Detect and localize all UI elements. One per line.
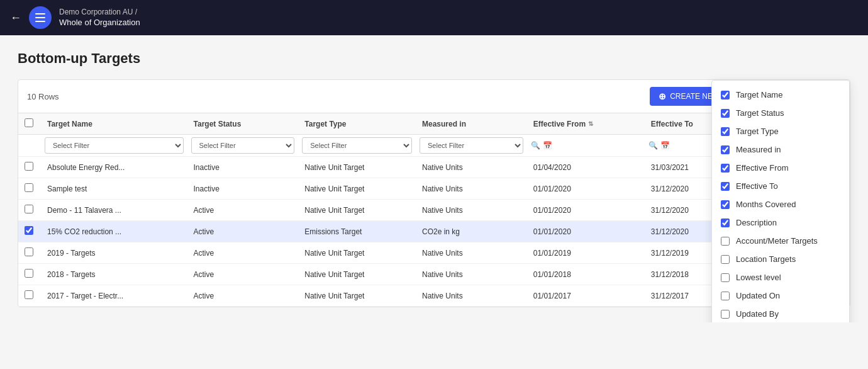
filter-target-name[interactable]: Select Filter	[45, 137, 184, 154]
menu-button[interactable]	[29, 6, 52, 29]
dropdown-column-item[interactable]: Target Type	[712, 122, 849, 140]
column-toggle-checkbox[interactable]	[721, 91, 730, 99]
filter-target-type-cell: Select Filter	[298, 135, 416, 157]
th-measured-in: Measured in	[416, 113, 527, 135]
column-label: Target Name	[736, 90, 782, 99]
rows-count: 10 Rows	[27, 92, 59, 101]
column-toggle-checkbox[interactable]	[721, 127, 730, 136]
filter-target-status-cell: Select Filter	[187, 135, 299, 157]
select-all-checkbox[interactable]	[25, 118, 33, 127]
column-toggle-checkbox[interactable]	[721, 237, 730, 246]
row-measured-in: Native Units	[416, 285, 527, 307]
filter-checkbox-cell	[18, 135, 41, 157]
dropdown-column-item[interactable]: Months Covered	[712, 195, 849, 213]
row-checkbox[interactable]	[25, 247, 33, 256]
column-toggle-checkbox[interactable]	[721, 109, 730, 118]
column-label: Months Covered	[736, 200, 796, 209]
row-measured-in: CO2e in kg	[416, 221, 527, 242]
row-effective-from: 01/04/2020	[527, 157, 645, 178]
row-checkbox[interactable]	[25, 226, 33, 235]
column-toggle-checkbox[interactable]	[721, 182, 730, 191]
column-toggle-checkbox[interactable]	[721, 255, 730, 264]
row-target-type: Native Unit Target	[298, 178, 416, 200]
row-target-status: Inactive	[187, 157, 299, 178]
row-checkbox[interactable]	[25, 269, 33, 278]
column-toggle-checkbox[interactable]	[721, 292, 730, 300]
row-measured-in: Native Units	[416, 200, 527, 221]
row-target-type: Native Unit Target	[298, 242, 416, 264]
filter-target-type[interactable]: Select Filter	[302, 137, 412, 154]
row-target-status: Active	[187, 264, 299, 285]
column-toggle-checkbox[interactable]	[721, 200, 730, 209]
column-label: Effective To	[736, 181, 778, 191]
column-label: Description	[736, 218, 777, 227]
row-target-status: Active	[187, 285, 299, 307]
back-button[interactable]: ←	[10, 11, 21, 25]
row-target-status: Active	[187, 242, 299, 264]
page-title: Bottom-up Targets	[18, 50, 850, 67]
column-toggle-checkbox[interactable]	[721, 164, 730, 173]
dropdown-column-item[interactable]: Description	[712, 213, 849, 232]
dropdown-column-item[interactable]: Target Name	[712, 86, 849, 104]
row-target-status: Active	[187, 200, 299, 221]
filter-target-status[interactable]: Select Filter	[191, 137, 295, 154]
row-target-status: Active	[187, 221, 299, 242]
org-info: Demo Corporation AU / Whole of Organizat…	[59, 7, 140, 29]
th-target-status: Target Status	[187, 113, 299, 135]
filter-measured-in[interactable]: Select Filter	[420, 137, 523, 154]
th-target-type: Target Type	[298, 113, 416, 135]
row-checkbox-cell	[18, 264, 41, 285]
row-effective-from: 01/01/2020	[527, 200, 645, 221]
column-toggle-checkbox[interactable]	[721, 219, 730, 227]
column-label: Lowest level	[736, 273, 781, 282]
dropdown-column-item[interactable]: Lowest level	[712, 268, 849, 287]
row-checkbox[interactable]	[25, 205, 33, 213]
row-target-type: Native Unit Target	[298, 157, 416, 178]
row-checkbox[interactable]	[25, 162, 33, 171]
dropdown-column-item[interactable]: Location Targets	[712, 250, 849, 268]
filter-effective-from-cell: 🔍 📅	[527, 135, 645, 157]
column-toggle-checkbox[interactable]	[721, 310, 730, 319]
column-label: Location Targets	[736, 254, 796, 264]
column-toggle-checkbox[interactable]	[721, 273, 730, 282]
row-target-name: 2017 - Target - Electr...	[41, 285, 187, 307]
sort-icon: ⇅	[588, 120, 593, 127]
corp-name: Demo Corporation AU /	[59, 7, 140, 18]
dropdown-column-item[interactable]: Updated By	[712, 305, 849, 322]
calendar-icon[interactable]: 📅	[543, 141, 552, 150]
row-target-name: 15% CO2 reduction ...	[41, 221, 187, 242]
row-effective-from: 01/01/2019	[527, 242, 645, 264]
filter-target-name-cell: Select Filter	[41, 135, 187, 157]
row-checkbox-cell	[18, 285, 41, 307]
column-label: Measured in	[736, 145, 781, 154]
row-target-type: Native Unit Target	[298, 264, 416, 285]
dropdown-column-item[interactable]: Updated On	[712, 287, 849, 305]
menu-line	[35, 17, 45, 18]
filter-measured-in-cell: Select Filter	[416, 135, 527, 157]
row-measured-in: Native Units	[416, 157, 527, 178]
row-target-status: Inactive	[187, 178, 299, 200]
dropdown-column-item[interactable]: Effective To	[712, 177, 849, 195]
column-label: Target Type	[736, 127, 779, 136]
column-label: Target Status	[736, 108, 784, 118]
row-checkbox[interactable]	[25, 183, 33, 192]
menu-line	[35, 21, 45, 22]
column-label: Updated On	[736, 291, 780, 300]
dropdown-column-item[interactable]: Effective From	[712, 159, 849, 177]
search-icon[interactable]: 🔍	[648, 141, 658, 150]
top-bar: ← Demo Corporation AU / Whole of Organiz…	[0, 0, 868, 35]
search-icon[interactable]: 🔍	[531, 141, 540, 150]
table-container: 10 Rows ⊕ CREATE NEW... ACTIONS ⬇ ⚙	[18, 79, 850, 307]
plus-icon: ⊕	[659, 91, 666, 101]
row-checkbox[interactable]	[25, 290, 33, 299]
dropdown-column-item[interactable]: Measured in	[712, 140, 849, 159]
separator: /	[135, 8, 137, 16]
column-toggle-checkbox[interactable]	[721, 145, 730, 154]
row-target-type: Emissions Target	[298, 221, 416, 242]
dropdown-column-item[interactable]: Target Status	[712, 104, 849, 122]
row-checkbox-cell	[18, 157, 41, 178]
row-measured-in: Native Units	[416, 264, 527, 285]
dropdown-column-item[interactable]: Account/Meter Targets	[712, 232, 849, 250]
calendar-icon[interactable]: 📅	[660, 141, 670, 150]
th-checkbox	[18, 113, 41, 135]
